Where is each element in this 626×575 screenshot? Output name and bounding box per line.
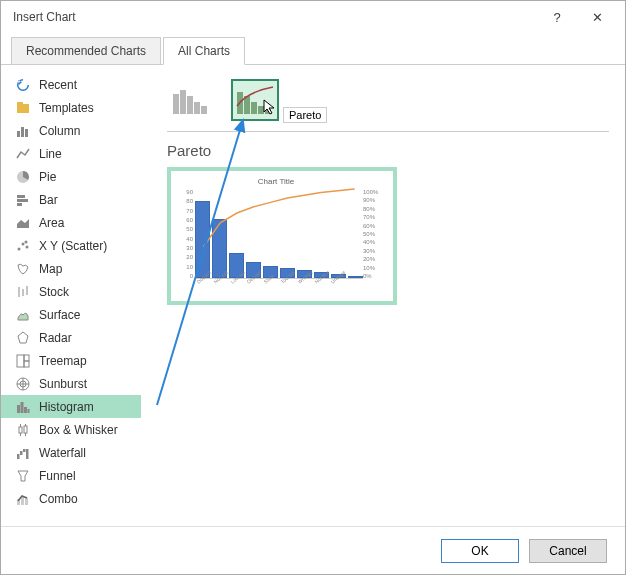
sidebar-item-bar[interactable]: Bar [1, 188, 141, 211]
sidebar-item-map[interactable]: Map [1, 257, 141, 280]
svg-rect-39 [25, 498, 28, 505]
svg-rect-43 [194, 102, 200, 114]
svg-rect-8 [17, 203, 22, 206]
sidebar-item-templates[interactable]: Templates [1, 96, 141, 119]
sidebar-item-label: Bar [39, 193, 58, 207]
sidebar-item-line[interactable]: Line [1, 142, 141, 165]
y-axis-left: 9080706050403020100 [181, 189, 193, 279]
svg-rect-41 [180, 90, 186, 114]
close-button[interactable]: ✕ [577, 1, 617, 33]
svg-rect-4 [25, 129, 28, 137]
ok-button[interactable]: OK [441, 539, 519, 563]
svg-point-9 [18, 247, 21, 250]
sidebar-item-label: Map [39, 262, 62, 276]
dialog-title: Insert Chart [13, 10, 537, 24]
stock-icon [15, 284, 31, 300]
histogram-icon [15, 399, 31, 415]
sidebar-item-column[interactable]: Column [1, 119, 141, 142]
sidebar-item-label: Sunburst [39, 377, 87, 391]
cumulative-line [195, 189, 363, 278]
column-icon [15, 123, 31, 139]
tab-all-charts[interactable]: All Charts [163, 37, 245, 65]
sidebar-item-label: Templates [39, 101, 94, 115]
sunburst-icon [15, 376, 31, 392]
svg-point-12 [25, 240, 28, 243]
sidebar-item-treemap[interactable]: Treemap [1, 349, 141, 372]
sidebar-item-surface[interactable]: Surface [1, 303, 141, 326]
sidebar-item-box[interactable]: Box & Whisker [1, 418, 141, 441]
svg-rect-3 [21, 127, 24, 137]
titlebar: Insert Chart ? ✕ [1, 1, 625, 33]
sidebar-item-label: Radar [39, 331, 72, 345]
svg-rect-23 [17, 405, 20, 413]
pie-icon [15, 169, 31, 185]
svg-rect-18 [24, 361, 29, 367]
sidebar-item-sunburst[interactable]: Sunburst [1, 372, 141, 395]
bar-icon [15, 192, 31, 208]
tab-strip: Recommended Charts All Charts [1, 36, 625, 65]
cursor-icon [263, 99, 277, 118]
sidebar-item-histogram[interactable]: Histogram [1, 395, 141, 418]
svg-rect-25 [24, 407, 27, 413]
sidebar-item-label: Combo [39, 492, 78, 506]
sidebar-item-label: Line [39, 147, 62, 161]
recent-icon [15, 77, 31, 93]
svg-point-10 [22, 242, 25, 245]
svg-point-11 [26, 245, 29, 248]
sidebar-item-waterfall[interactable]: Waterfall [1, 441, 141, 464]
tab-recommended-charts[interactable]: Recommended Charts [11, 37, 161, 65]
sidebar-item-label: Funnel [39, 469, 76, 483]
treemap-icon [15, 353, 31, 369]
dialog-footer: OK Cancel [1, 526, 625, 574]
subtype-row: Pareto [167, 79, 609, 132]
sidebar-item-pie[interactable]: Pie [1, 165, 141, 188]
sidebar-item-scatter[interactable]: X Y (Scatter) [1, 234, 141, 257]
y-axis-right: 100%90%80%70%60%50%40%30%20%10%0% [363, 189, 387, 279]
subtype-histogram[interactable] [167, 79, 215, 121]
subtype-tooltip: Pareto [283, 107, 327, 123]
svg-rect-36 [26, 449, 29, 459]
sidebar-item-stock[interactable]: Stock [1, 280, 141, 303]
histogram-subtype-icon [171, 84, 211, 116]
sidebar-item-label: Box & Whisker [39, 423, 118, 437]
line-icon [15, 146, 31, 162]
box-icon [15, 422, 31, 438]
cancel-button[interactable]: Cancel [529, 539, 607, 563]
chart-subtype-panel: Pareto Pareto Chart Title 90807060504030… [141, 65, 625, 528]
sidebar-item-area[interactable]: Area [1, 211, 141, 234]
combo-icon [15, 491, 31, 507]
templates-icon [15, 100, 31, 116]
chart-preview[interactable]: Chart Title 9080706050403020100 100%90%8… [167, 167, 397, 305]
sidebar-item-combo[interactable]: Combo [1, 487, 141, 510]
sidebar-item-label: Waterfall [39, 446, 86, 460]
sidebar-item-recent[interactable]: Recent [1, 73, 141, 96]
svg-rect-47 [251, 102, 257, 114]
subtype-heading: Pareto [167, 142, 609, 159]
subtype-pareto[interactable]: Pareto [231, 79, 279, 121]
sidebar-item-funnel[interactable]: Funnel [1, 464, 141, 487]
sidebar-item-label: Column [39, 124, 80, 138]
svg-rect-7 [17, 199, 28, 202]
map-icon [15, 261, 31, 277]
svg-rect-34 [20, 451, 23, 455]
svg-rect-40 [173, 94, 179, 114]
svg-rect-30 [24, 426, 27, 433]
svg-rect-24 [21, 402, 24, 413]
sidebar-item-label: Treemap [39, 354, 87, 368]
sidebar-item-label: Recent [39, 78, 77, 92]
radar-icon [15, 330, 31, 346]
svg-rect-44 [201, 106, 207, 114]
sidebar-item-radar[interactable]: Radar [1, 326, 141, 349]
preview-title: Chart Title [193, 177, 359, 186]
waterfall-icon [15, 445, 31, 461]
chart-type-sidebar: RecentTemplatesColumnLinePieBarAreaX Y (… [1, 65, 141, 528]
svg-rect-6 [17, 195, 25, 198]
sidebar-item-label: Histogram [39, 400, 94, 414]
svg-rect-26 [28, 409, 30, 413]
scatter-icon [15, 238, 31, 254]
help-button[interactable]: ? [537, 1, 577, 33]
svg-rect-0 [17, 104, 29, 113]
svg-rect-17 [24, 355, 29, 361]
svg-rect-33 [17, 454, 20, 459]
sidebar-item-label: X Y (Scatter) [39, 239, 107, 253]
